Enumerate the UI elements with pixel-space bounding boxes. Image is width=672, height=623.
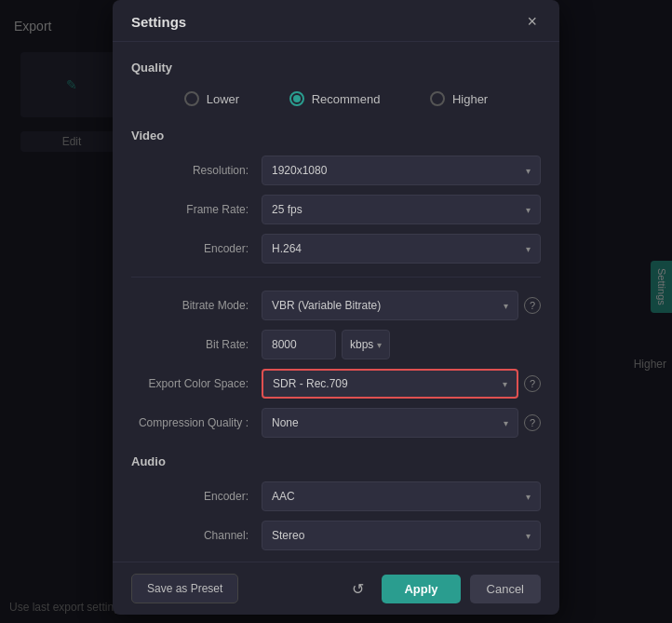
bitrate-input[interactable] [262,330,336,359]
channel-label: Channel: [131,529,262,542]
encoder-chevron: ▾ [526,244,531,254]
bitrate-mode-help-icon[interactable]: ? [524,297,541,314]
compression-select[interactable]: None ▾ [262,408,518,438]
quality-higher-label: Higher [452,92,488,106]
modal-overlay: Settings × Quality Lower Recommend [0,0,672,623]
resolution-control: 1920x1080 ▾ [262,156,541,185]
color-space-help-icon[interactable]: ? [524,375,541,392]
encoder-select[interactable]: H.264 ▾ [262,234,541,264]
audio-encoder-row: Encoder: AAC ▾ [131,481,541,511]
audio-encoder-chevron: ▾ [526,492,531,502]
bitrate-inputs: kbps ▾ [262,330,541,359]
channel-value: Stereo [272,529,304,542]
audio-encoder-value: AAC [272,490,295,503]
quality-lower-label: Lower [207,92,239,106]
save-preset-button[interactable]: Save as Preset [131,574,238,603]
encoder-control: H.264 ▾ [262,234,541,264]
compression-value: None [272,416,299,429]
modal-body: Quality Lower Recommend Higher [113,42,559,562]
resolution-row: Resolution: 1920x1080 ▾ [131,156,541,185]
bitrate-mode-row: Bitrate Mode: VBR (Variable Bitrate) ▾ ? [131,291,541,320]
bitrate-mode-control: VBR (Variable Bitrate) ▾ ? [262,291,541,320]
compression-chevron: ▾ [504,418,508,428]
quality-recommend-label: Recommend [312,92,381,106]
resolution-label: Resolution: [131,164,262,177]
color-space-row: Export Color Space: SDR - Rec.709 ▾ ? [131,369,541,399]
quality-higher[interactable]: Higher [430,91,488,106]
quality-recommend[interactable]: Recommend [289,91,381,106]
radio-recommend [289,91,304,106]
quality-lower[interactable]: Lower [184,91,239,106]
resolution-chevron: ▾ [526,166,531,176]
quality-group: Lower Recommend Higher [131,88,541,110]
compression-label: Compression Quality : [131,416,262,429]
color-space-chevron: ▾ [503,379,507,389]
audio-encoder-select[interactable]: AAC ▾ [262,481,541,511]
framerate-control: 25 fps ▾ [262,195,541,224]
encoder-label: Encoder: [131,242,262,255]
video-divider [131,277,541,278]
close-button[interactable]: × [523,11,541,32]
modal-header: Settings × [113,0,559,42]
modal-title: Settings [131,14,186,30]
color-space-value: SDR - Rec.709 [273,377,348,390]
bitrate-control: kbps ▾ [262,330,541,359]
cancel-button[interactable]: Cancel [470,575,541,603]
channel-chevron: ▾ [526,531,531,541]
modal-footer: Save as Preset ↺ Apply Cancel [113,562,559,615]
bitrate-row: Bit Rate: kbps ▾ [131,330,541,359]
compression-help-icon[interactable]: ? [524,414,541,431]
bitrate-unit-select[interactable]: kbps ▾ [342,330,390,359]
framerate-row: Frame Rate: 25 fps ▾ [131,195,541,224]
audio-encoder-control: AAC ▾ [262,481,541,511]
bitrate-unit-chevron: ▾ [377,340,382,350]
bitrate-mode-chevron: ▾ [504,301,508,311]
quality-section-label: Quality [131,61,541,74]
compression-control: None ▾ ? [262,408,541,438]
bitrate-mode-label: Bitrate Mode: [131,299,262,312]
audio-section-label: Audio [131,454,541,468]
bitrate-label: Bit Rate: [131,338,262,351]
apply-button[interactable]: Apply [382,575,460,603]
resolution-select[interactable]: 1920x1080 ▾ [262,156,541,185]
settings-modal: Settings × Quality Lower Recommend [113,0,559,615]
resolution-value: 1920x1080 [272,164,327,177]
framerate-chevron: ▾ [526,205,531,215]
audio-section: Audio Encoder: AAC ▾ Channel: [131,454,541,550]
compression-row: Compression Quality : None ▾ ? [131,408,541,438]
reset-button[interactable]: ↺ [343,574,372,603]
radio-lower [184,91,199,106]
framerate-label: Frame Rate: [131,203,262,216]
encoder-value: H.264 [272,242,302,255]
audio-encoder-label: Encoder: [131,490,262,503]
video-section-label: Video [131,129,541,142]
bitrate-unit-value: kbps [350,338,373,351]
color-space-control: SDR - Rec.709 ▾ ? [262,369,541,399]
channel-control: Stereo ▾ [262,521,541,550]
video-section: Video Resolution: 1920x1080 ▾ Frame Rate… [131,129,541,438]
framerate-select[interactable]: 25 fps ▾ [262,195,541,224]
radio-higher [430,91,445,106]
bitrate-mode-value: VBR (Variable Bitrate) [272,299,381,312]
channel-row: Channel: Stereo ▾ [131,521,541,550]
color-space-select[interactable]: SDR - Rec.709 ▾ [262,369,518,399]
encoder-row: Encoder: H.264 ▾ [131,234,541,264]
footer-right: ↺ Apply Cancel [343,574,541,603]
bitrate-mode-select[interactable]: VBR (Variable Bitrate) ▾ [262,291,518,320]
channel-select[interactable]: Stereo ▾ [262,521,541,550]
framerate-value: 25 fps [272,203,302,216]
color-space-label: Export Color Space: [131,377,262,390]
